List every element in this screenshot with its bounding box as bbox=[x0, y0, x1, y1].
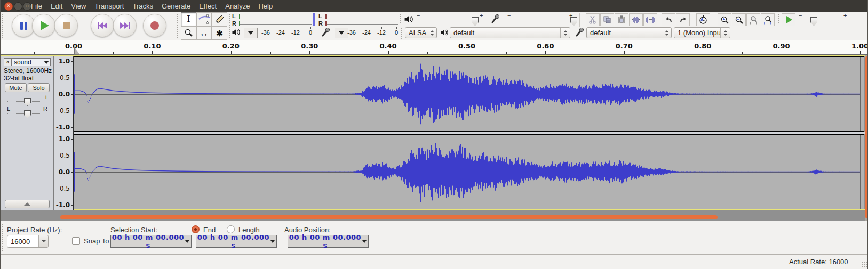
track-collapse-button[interactable] bbox=[5, 200, 50, 208]
device-toolbar-grip[interactable] bbox=[401, 27, 403, 39]
meter-scale-tick bbox=[381, 27, 382, 29]
length-radio[interactable] bbox=[227, 225, 235, 233]
audio-position-field[interactable]: 00 h 00 m 00.000 s bbox=[288, 235, 369, 248]
recording-channels-select[interactable]: 1 (Mono) Inpu bbox=[674, 27, 730, 38]
undo-button[interactable] bbox=[662, 13, 675, 26]
pan-slider-thumb[interactable] bbox=[24, 110, 31, 118]
playback-device-select[interactable]: default bbox=[450, 27, 570, 38]
fit-project-button[interactable] bbox=[761, 13, 775, 26]
snap-to-checkbox[interactable] bbox=[72, 237, 80, 245]
window-minimize-icon[interactable]: – bbox=[14, 2, 22, 11]
envelope-tool-button[interactable] bbox=[196, 12, 212, 26]
project-rate-select[interactable]: 16000 bbox=[7, 235, 49, 248]
spinner-icon[interactable] bbox=[560, 28, 570, 38]
stop-button[interactable] bbox=[54, 14, 78, 37]
play-button[interactable] bbox=[32, 14, 55, 37]
copy-button[interactable] bbox=[600, 13, 614, 26]
pencil-icon bbox=[215, 14, 225, 24]
zoom-tool-button[interactable] bbox=[181, 26, 196, 40]
menu-item-edit[interactable]: Edit bbox=[46, 1, 67, 12]
track-close-button[interactable]: × bbox=[4, 58, 12, 66]
spinner-icon[interactable] bbox=[662, 28, 671, 38]
sync-lock-button[interactable] bbox=[696, 13, 710, 26]
redo-icon bbox=[679, 16, 688, 24]
spinner-icon[interactable] bbox=[720, 28, 730, 38]
transcription-toolbar-grip[interactable] bbox=[777, 13, 780, 25]
input-volume-thumb[interactable] bbox=[570, 17, 577, 26]
menu-item-analyze[interactable]: Analyze bbox=[221, 1, 254, 12]
timeline-label: 1.00 bbox=[851, 42, 868, 50]
play-at-speed-button[interactable] bbox=[782, 13, 795, 26]
meter-scale-tick bbox=[367, 27, 367, 29]
audio-host-select[interactable]: ALSA bbox=[405, 27, 437, 38]
tools-toolbar-grip[interactable] bbox=[177, 13, 179, 38]
vertical-scrollbar[interactable] bbox=[865, 55, 868, 221]
double-arrow-icon: ↔ bbox=[200, 29, 209, 38]
mixer-toolbar-grip[interactable] bbox=[400, 13, 402, 25]
vertical-ruler-tick bbox=[71, 61, 73, 62]
multi-tool-button[interactable]: ✱ bbox=[212, 26, 227, 40]
playback-meter-dropdown[interactable] bbox=[244, 28, 258, 38]
selection-tool-button[interactable]: I bbox=[181, 12, 196, 26]
menu-item-file[interactable]: File bbox=[27, 1, 46, 12]
vertical-ruler[interactable]: 1.00.50.0-0.5-1.01.00.50.0-0.5-1.0 bbox=[54, 56, 74, 210]
playback-meter-tick bbox=[239, 14, 240, 19]
speaker-icon bbox=[404, 15, 413, 23]
input-volume-slider[interactable] bbox=[507, 21, 576, 21]
timeline-label: 0.10 bbox=[144, 42, 161, 50]
skip-to-start-button[interactable] bbox=[91, 14, 114, 37]
record-button[interactable] bbox=[143, 14, 166, 37]
horizontal-scrollbar-thumb[interactable] bbox=[60, 215, 718, 219]
menu-item-help[interactable]: Help bbox=[254, 1, 277, 12]
vertical-scrollbar-thumb[interactable] bbox=[865, 56, 868, 218]
timeshift-tool-button[interactable]: ↔ bbox=[196, 26, 212, 40]
play-speed-slider[interactable] bbox=[799, 21, 848, 21]
zoom-out-button[interactable] bbox=[732, 13, 746, 26]
draw-tool-button[interactable] bbox=[212, 12, 227, 26]
redo-button[interactable] bbox=[676, 13, 690, 26]
selection-toolbar-grip[interactable] bbox=[2, 224, 4, 251]
skip-to-end-button[interactable] bbox=[113, 14, 137, 37]
gain-max-label: + bbox=[44, 94, 47, 100]
meter-scale-tick bbox=[281, 27, 281, 29]
zoom-out-icon bbox=[735, 15, 744, 25]
microphone-icon bbox=[575, 27, 585, 37]
recording-meter-dropdown[interactable] bbox=[335, 28, 348, 38]
menu-item-effect[interactable]: Effect bbox=[195, 1, 221, 12]
track-name-menu[interactable]: sound bbox=[12, 58, 51, 66]
transport-toolbar-grip[interactable] bbox=[2, 13, 4, 38]
paste-button[interactable] bbox=[615, 13, 628, 26]
waveform-channel-right[interactable] bbox=[74, 134, 864, 209]
play-speed-thumb[interactable] bbox=[810, 17, 817, 26]
gain-slider-thumb[interactable] bbox=[24, 98, 31, 106]
meter-scale-label: 0 bbox=[309, 29, 312, 36]
solo-button[interactable]: Solo bbox=[28, 83, 50, 92]
chevron-down-icon[interactable] bbox=[38, 235, 48, 247]
menu-item-generate[interactable]: Generate bbox=[157, 1, 195, 12]
selection-end-field[interactable]: 00 h 00 m 00.000 s bbox=[196, 235, 277, 248]
window-close-icon[interactable]: ✕ bbox=[4, 2, 13, 11]
cut-button[interactable] bbox=[586, 13, 600, 26]
silence-audio-button[interactable] bbox=[643, 13, 657, 26]
timeline-tick bbox=[664, 52, 664, 54]
end-radio[interactable] bbox=[192, 225, 200, 233]
recording-device-select[interactable]: default bbox=[586, 27, 672, 38]
playback-meter-left-label: L bbox=[232, 13, 236, 19]
menu-item-transport[interactable]: Transport bbox=[90, 1, 128, 12]
waveform-channel-left[interactable] bbox=[74, 56, 864, 132]
zoom-in-button[interactable] bbox=[718, 13, 731, 26]
trim-audio-button[interactable] bbox=[629, 13, 643, 26]
menu-bar: ✕ – □ FileEditViewTransportTracksGenerat… bbox=[1, 0, 868, 12]
timeline-tick bbox=[34, 52, 35, 54]
selection-start-field[interactable]: 00 h 00 m 00.000 s bbox=[110, 235, 192, 248]
fit-selection-button[interactable] bbox=[746, 13, 760, 26]
resize-grip-icon[interactable] bbox=[861, 262, 867, 268]
timeline-ruler[interactable]: 0.000.100.200.300.400.500.600.700.800.90… bbox=[1, 40, 868, 55]
meter-scale-label: -36 bbox=[347, 29, 356, 36]
mute-button[interactable]: Mute bbox=[5, 83, 27, 92]
spinner-icon[interactable] bbox=[427, 28, 436, 38]
menu-item-view[interactable]: View bbox=[67, 1, 90, 12]
output-volume-thumb[interactable] bbox=[472, 17, 479, 26]
timeline-tick bbox=[467, 51, 467, 54]
menu-item-tracks[interactable]: Tracks bbox=[128, 1, 157, 12]
